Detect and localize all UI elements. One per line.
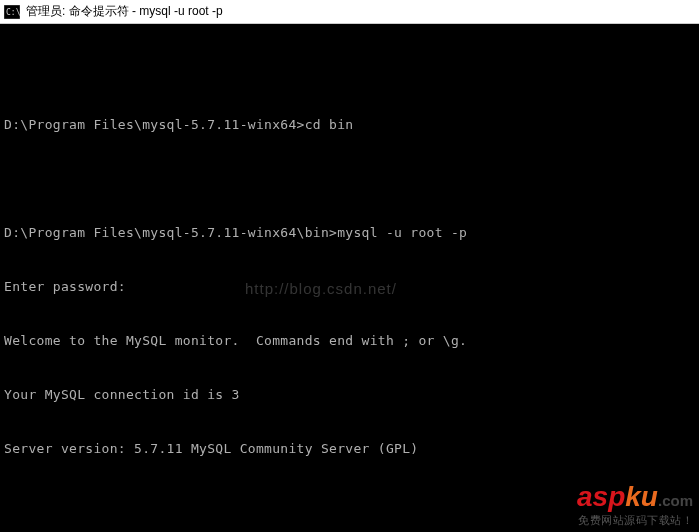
- terminal-line: Enter password:: [0, 278, 699, 296]
- terminal-line: Welcome to the MySQL monitor. Commands e…: [0, 332, 699, 350]
- terminal-line: [0, 62, 699, 80]
- window-title: 管理员: 命令提示符 - mysql -u root -p: [26, 3, 223, 20]
- terminal-line: [0, 170, 699, 188]
- terminal-line: D:\Program Files\mysql-5.7.11-winx64>cd …: [0, 116, 699, 134]
- svg-text:C:\: C:\: [6, 8, 20, 17]
- terminal-line: Server version: 5.7.11 MySQL Community S…: [0, 440, 699, 458]
- window-titlebar: C:\ 管理员: 命令提示符 - mysql -u root -p: [0, 0, 699, 24]
- terminal-output[interactable]: D:\Program Files\mysql-5.7.11-winx64>cd …: [0, 24, 699, 532]
- terminal-line: Your MySQL connection id is 3: [0, 386, 699, 404]
- cmd-icon: C:\: [4, 5, 20, 19]
- terminal-line: [0, 494, 699, 512]
- terminal-line: D:\Program Files\mysql-5.7.11-winx64\bin…: [0, 224, 699, 242]
